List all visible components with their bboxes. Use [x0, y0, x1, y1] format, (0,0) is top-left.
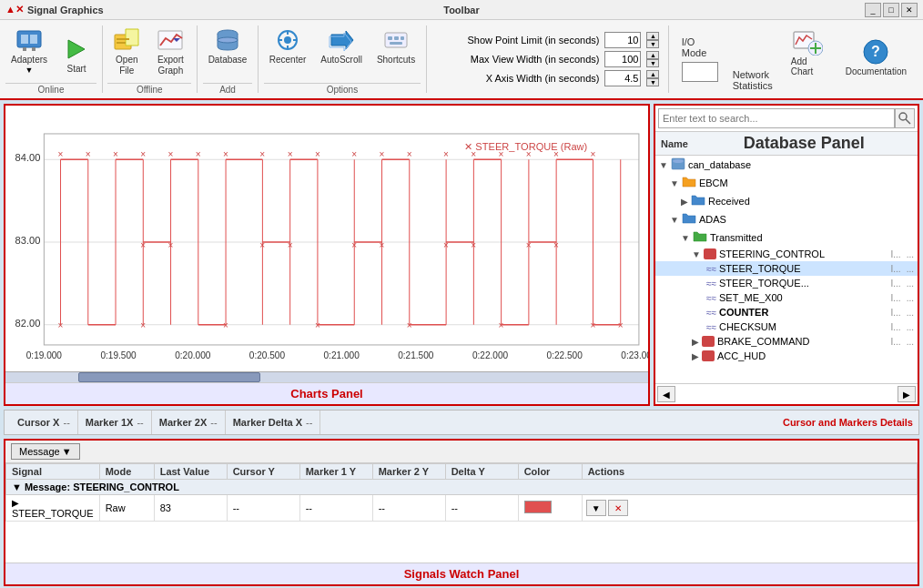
cell-cursory: -- [227, 495, 299, 522]
svg-text:0:23.000: 0:23.000 [621, 350, 648, 360]
max-view-spin[interactable]: ▲ ▼ [646, 51, 659, 67]
arrow-brake-command: ▶ [692, 337, 699, 347]
signals-watch-label-area: Signals Watch Panel [5, 563, 918, 584]
col-header-color: Color [518, 464, 582, 480]
db-right-arrow[interactable]: ▶ [898, 386, 916, 402]
database-panel: Name Database Panel ▼ can_database ▼ [654, 104, 919, 406]
tree-item-received[interactable]: ▶ Received [655, 192, 918, 210]
offline-section-label: Offline [107, 83, 191, 95]
col-header-deltay: Delta Y [445, 464, 518, 480]
shortcuts-button[interactable]: Shortcuts [371, 24, 421, 67]
group-expand-arrow[interactable]: ▼ [12, 482, 22, 492]
cursor-x-label: Cursor X [17, 417, 59, 428]
tree-item-steering-control[interactable]: ▼ STEERING_CONTROL I... ... [655, 247, 918, 261]
tree-item-acc-hud[interactable]: ▶ ACC_HUD [655, 349, 918, 363]
adapters-label: Adapters [11, 55, 47, 66]
svg-text:×: × [407, 149, 412, 159]
io-mode-box[interactable] [682, 62, 718, 82]
cell-marker1y: -- [299, 495, 372, 522]
signals-table: Signal Mode Last Value Cursor Y Marker 1… [5, 463, 918, 522]
chart-scrollbar[interactable] [5, 371, 648, 382]
tree-item-brake-command[interactable]: ▶ BRAKE_COMMAND I... ... [655, 334, 918, 349]
svg-text:0:19.500: 0:19.500 [100, 350, 137, 360]
max-view-width-input[interactable] [604, 51, 641, 67]
db-panel-title: Database Panel [733, 134, 876, 153]
tree-label-transmitted: Transmitted [710, 232, 763, 243]
cell-signal-name: STEER_TORQUE [12, 508, 94, 519]
network-stats-label: Network Statistics [733, 69, 773, 91]
arrow-adas: ▼ [670, 215, 679, 225]
tree-item-steer-torque2[interactable]: ≈≈ STEER_TORQUE... I... ... [655, 276, 918, 290]
col-header-mode: Mode [99, 464, 154, 480]
st2-col2: I... [891, 279, 901, 289]
export-graph-button[interactable]: Export Graph [149, 24, 191, 78]
tree-item-ebcm[interactable]: ▼ EBCM [655, 174, 918, 192]
export-graph-label: Export Graph [155, 55, 186, 76]
db-left-arrow[interactable]: ◀ [657, 386, 675, 402]
settings-group: Show Point Limit (in seconds) ▲ ▼ Max Vi… [431, 24, 663, 95]
svg-rect-8 [117, 38, 129, 40]
marker-delta-x-label: Marker Delta X [233, 417, 302, 428]
add-chart-button[interactable]: Add Chart [784, 24, 831, 80]
cursor-markers-bar: Cursor X -- Marker 1X -- Marker 2X -- Ma… [4, 410, 919, 435]
message-toolbar: Message ▼ [5, 441, 918, 463]
search-input[interactable] [658, 108, 895, 128]
arrow-can-database: ▼ [659, 160, 668, 170]
action-buttons: ▼ ✕ [586, 500, 913, 516]
marker1x-field: Marker 1X -- [78, 411, 152, 434]
row-expand-arrow[interactable]: ▶ [12, 498, 19, 508]
close-button[interactable]: ✕ [901, 3, 918, 17]
signals-watch-label-text: Signals Watch Panel [404, 567, 520, 581]
svg-text:×: × [351, 149, 357, 159]
tree-label-set-me-x00: SET_ME_X00 [719, 292, 888, 303]
documentation-button[interactable]: ? Documentation [838, 34, 914, 80]
tree-item-steer-torque[interactable]: ≈≈ STEER_TORQUE I... ... [655, 261, 918, 276]
app-name: Signal Graphics [27, 5, 104, 15]
show-point-limit-input[interactable] [604, 32, 641, 48]
svg-marker-5 [68, 40, 85, 58]
svg-point-128 [673, 159, 684, 163]
cell-actions: ▼ ✕ [582, 495, 917, 522]
tree-item-set-me-x00[interactable]: ≈≈ SET_ME_X00 I... ... [655, 290, 918, 305]
tree-item-transmitted[interactable]: ▼ Transmitted [655, 228, 918, 247]
smx-col2: I... [891, 293, 901, 303]
database-button[interactable]: Database [203, 24, 253, 67]
svg-text:0:20.500: 0:20.500 [249, 350, 286, 360]
signal-icon-counter: ≈≈ [706, 308, 716, 318]
start-button[interactable]: Start [56, 33, 96, 76]
x-axis-width-input[interactable] [604, 70, 641, 86]
svg-marker-7 [126, 29, 138, 46]
toolbar: Adapters ▼ Start Online Open File [0, 20, 923, 100]
tree-item-can-database[interactable]: ▼ can_database [655, 156, 918, 174]
max-view-width-label: Max View Width (in seconds) [435, 54, 599, 65]
marker2x-value: -- [210, 417, 217, 428]
arrow-steering-control: ▼ [692, 249, 701, 259]
svg-text:×: × [259, 149, 265, 159]
maximize-button[interactable]: □ [883, 3, 899, 17]
chart-scrollbar-thumb[interactable] [78, 372, 260, 382]
shortcuts-label: Shortcuts [377, 55, 415, 66]
minimize-button[interactable]: _ [865, 3, 881, 17]
group-row-label: ▼ Message: STEERING_CONTROL [6, 480, 918, 495]
offline-group: Open File Export Graph Offline [107, 24, 191, 95]
bc-col3: ... [907, 337, 914, 347]
adapters-button[interactable]: Adapters ▼ [5, 24, 53, 76]
action-remove-btn[interactable]: ✕ [608, 500, 628, 516]
tree-item-counter[interactable]: ≈≈ COUNTER I... ... [655, 305, 918, 319]
marker-delta-x-field: Marker Delta X -- [226, 411, 321, 434]
db-icon [671, 157, 685, 172]
tree-item-adas[interactable]: ▼ ADAS [655, 210, 918, 228]
msg-icon-brake-command [702, 336, 715, 347]
col-header-signal: Signal [6, 464, 100, 480]
show-point-spin[interactable]: ▲ ▼ [646, 32, 659, 48]
tree-item-checksum[interactable]: ≈≈ CHECKSUM I... ... [655, 319, 918, 334]
message-button[interactable]: Message ▼ [11, 443, 80, 460]
autoscroll-button[interactable]: AutoScroll [315, 24, 368, 67]
action-dropdown-btn[interactable]: ▼ [586, 500, 606, 516]
add-section-label: Add [203, 83, 253, 95]
search-button[interactable] [895, 108, 915, 128]
x-axis-spin[interactable]: ▲ ▼ [646, 70, 659, 86]
open-file-button[interactable]: Open File [107, 24, 146, 78]
chk-col3: ... [907, 322, 914, 332]
recenter-button[interactable]: Recenter [264, 24, 312, 67]
